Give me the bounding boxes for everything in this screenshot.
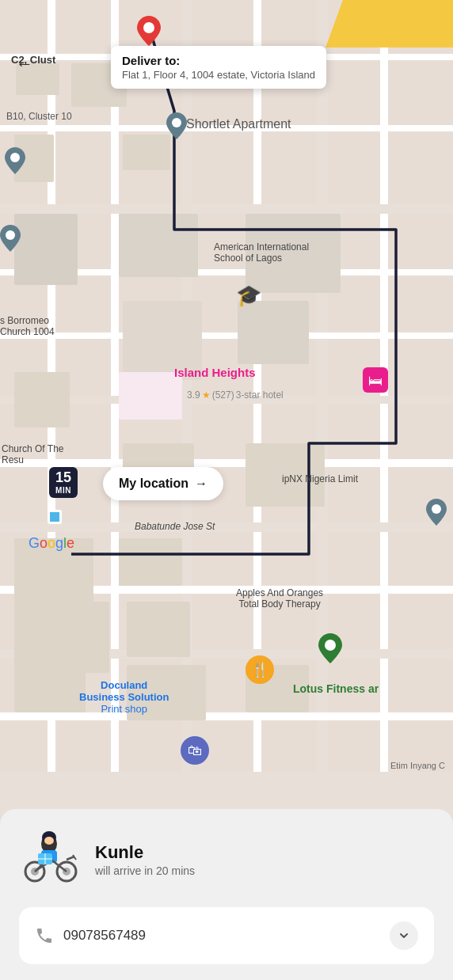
svg-point-4: [432, 504, 441, 514]
phone-left: 09078567489: [35, 926, 146, 945]
svg-point-2: [10, 153, 20, 162]
eta-unit: MIN: [55, 486, 71, 495]
deliver-address: Flat 1, Floor 4, 1004 estate, Victoria I…: [122, 69, 315, 81]
etim-label: Etim Inyang C: [390, 761, 445, 770]
google-e: e: [67, 535, 74, 552]
borromeo-label: s BorromeoChurch 1004: [0, 315, 55, 337]
current-location-dot: [48, 510, 62, 524]
my-location-button[interactable]: My location →: [103, 467, 223, 500]
lotus-pin: [318, 633, 342, 663]
school-icon: 🎓: [236, 283, 261, 308]
map-view: 🎓 🍴 🛍 🛏 C2, Clust B10, Cluster 10 Shortl…: [0, 0, 453, 772]
b10-cluster-label: B10, Cluster 10: [6, 111, 72, 122]
svg-line-19: [67, 857, 74, 860]
eta-badge: 15 MIN: [49, 467, 78, 498]
rider-info: Kunle will arrive in 20 mins: [95, 842, 195, 877]
phone-icon: [35, 926, 54, 945]
building-block: [119, 214, 198, 277]
babatunde-label: Babatunde Jose St: [135, 521, 215, 532]
rider-section: Kunle will arrive in 20 mins: [19, 828, 434, 891]
bottom-sheet: Kunle will arrive in 20 mins 09078567489: [0, 809, 453, 980]
food-pin: 🍴: [246, 655, 274, 684]
left-bottom-pin: [0, 225, 21, 252]
deliver-tooltip: Deliver to: Flat 1, Floor 4, 1004 estate…: [111, 46, 326, 89]
building-block: [14, 214, 78, 285]
my-location-label: My location: [119, 477, 188, 491]
shortlet-label: Shortlet Apartment: [186, 117, 291, 131]
hotel-rating: 3.9 ★ (527) 3-star hotel: [187, 389, 284, 401]
rider-name: Kunle: [95, 842, 195, 863]
hotel-reviews-value: (527): [212, 389, 234, 401]
star-icon: ★: [202, 389, 211, 401]
svg-point-3: [6, 230, 15, 240]
deliver-to-label: Deliver to:: [122, 54, 315, 67]
hotel-type-value: 3-star hotel: [236, 389, 284, 401]
phone-number: 09078567489: [63, 928, 146, 944]
ipnx-label: ipNX Nigeria Limit: [282, 473, 358, 484]
back-button[interactable]: ←: [16, 54, 33, 74]
chevron-down-icon: [398, 929, 410, 942]
rider-bike-image: [19, 828, 82, 891]
building-block: [238, 301, 309, 364]
svg-point-5: [325, 640, 336, 651]
building-block: [14, 372, 70, 427]
google-logo: Google: [29, 535, 74, 552]
destination-pin: [137, 16, 161, 46]
left-pin: [5, 147, 25, 174]
svg-point-1: [172, 118, 181, 127]
right-pin: [426, 499, 447, 526]
apples-label: Apples And OrangesTotal Body Therapy: [236, 587, 323, 610]
shortlet-pin: [166, 112, 187, 139]
my-location-arrow: →: [195, 477, 207, 491]
building-block: [14, 665, 86, 712]
eta-minutes: 15: [55, 470, 71, 486]
yellow-road: [325, 0, 453, 47]
rider-eta: will arrive in 20 mins: [95, 864, 195, 877]
hotel-stars-value: 3.9: [187, 389, 200, 401]
print-shop-label: Print shop: [101, 703, 147, 715]
chevron-down-button[interactable]: [390, 921, 418, 950]
google-g2: g: [55, 535, 63, 552]
doculand-label: DoculandBusiness SolutionPrint shop: [79, 679, 169, 715]
lotus-label: Lotus Fitness ar: [293, 682, 379, 695]
church-label: Church Of TheResu: [2, 443, 63, 465]
building-block: [119, 372, 182, 420]
building-block: [127, 602, 190, 657]
american-school-label: American InternationalSchool of Lagos: [214, 241, 309, 264]
google-o2: o: [48, 535, 55, 552]
google-g: G: [29, 535, 40, 552]
svg-point-10: [44, 837, 54, 845]
svg-point-0: [143, 22, 154, 33]
google-o1: o: [40, 535, 48, 552]
phone-card: 09078567489: [19, 907, 434, 964]
hotel-pin: 🛏: [361, 366, 390, 399]
svg-text:🛏: 🛏: [368, 373, 383, 389]
shop-pin: 🛍: [181, 736, 209, 765]
building-block: [14, 602, 109, 673]
building-block: [119, 538, 182, 586]
building-block: [123, 135, 170, 170]
island-heights-label: Island Heights: [174, 366, 256, 379]
